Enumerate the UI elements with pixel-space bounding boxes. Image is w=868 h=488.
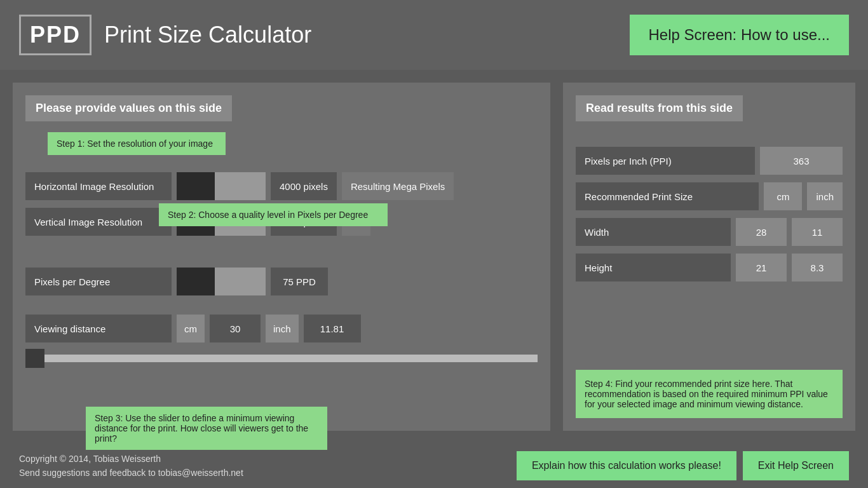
horizontal-resolution-row: Horizontal Image Resolution 4000 pixels … bbox=[25, 172, 538, 200]
tooltip-step1: Step 1: Set the resolution of your image bbox=[48, 132, 226, 155]
footer: Copyright © 2014, Tobias Weisserth Send … bbox=[0, 444, 868, 488]
viewing-distance-cm-input[interactable] bbox=[210, 315, 261, 342]
height-cm-value: 21 bbox=[736, 254, 787, 281]
ppd-slider[interactable] bbox=[177, 268, 266, 295]
cm-header: cm bbox=[764, 182, 802, 210]
cm-unit-label: cm bbox=[177, 315, 205, 342]
explain-button[interactable]: Explain how this calculation works pleas… bbox=[517, 451, 736, 480]
tooltip-step4: Step 4: Find your recommended print size… bbox=[576, 370, 843, 418]
slider-thumb[interactable] bbox=[25, 349, 44, 368]
slider-light-portion bbox=[215, 172, 266, 200]
width-label: Width bbox=[576, 218, 731, 246]
viewing-distance-inch-value: 11.81 bbox=[304, 315, 361, 342]
copyright-text: Copyright © 2014, Tobias Weisserth bbox=[19, 454, 243, 464]
inch-unit-label: inch bbox=[266, 315, 299, 342]
footer-left: Copyright © 2014, Tobias Weisserth Send … bbox=[19, 454, 243, 478]
slider-dark-portion bbox=[177, 172, 215, 200]
height-label: Height bbox=[576, 254, 731, 281]
tooltip-step2: Step 2: Choose a quality level in Pixels… bbox=[159, 203, 388, 226]
header: PPD Print Size Calculator Help Screen: H… bbox=[0, 0, 868, 70]
viewing-distance-row: Viewing distance cm inch 11.81 bbox=[25, 315, 538, 342]
left-section-header: Please provide values on this side bbox=[25, 95, 232, 121]
inch-header: inch bbox=[807, 182, 843, 210]
width-cm-value: 28 bbox=[736, 218, 787, 246]
horizontal-resolution-value: 4000 pixels bbox=[271, 172, 337, 200]
ppd-label: Pixels per Degree bbox=[25, 268, 172, 295]
footer-buttons: Explain how this calculation works pleas… bbox=[517, 451, 849, 480]
slider-dark-portion bbox=[177, 268, 215, 295]
slider-light-portion bbox=[215, 268, 266, 295]
main-content: Please provide values on this side Step … bbox=[0, 70, 868, 444]
viewing-distance-slider[interactable] bbox=[25, 349, 538, 368]
app-title: Print Size Calculator bbox=[104, 22, 311, 48]
width-row: Width 28 11 bbox=[576, 218, 843, 246]
tooltip-step3: Step 3: Use the slider to define a minim… bbox=[86, 407, 327, 450]
mega-pixels-badge: Resulting Mega Pixels bbox=[342, 172, 454, 200]
header-left: PPD Print Size Calculator bbox=[19, 15, 311, 55]
ppi-label: Pixels per Inch (PPI) bbox=[576, 147, 755, 175]
exit-help-button[interactable]: Exit Help Screen bbox=[743, 451, 849, 480]
width-inch-value: 11 bbox=[792, 218, 843, 246]
feedback-text: Send suggestions and feedback to tobias@… bbox=[19, 468, 243, 478]
print-size-label: Recommended Print Size bbox=[576, 182, 759, 210]
ppd-value: 75 PPD bbox=[271, 268, 328, 295]
left-panel: Please provide values on this side Step … bbox=[13, 83, 550, 431]
help-screen-button[interactable]: Help Screen: How to use... bbox=[630, 15, 849, 55]
slider-bar-track[interactable] bbox=[44, 355, 538, 362]
height-row: Height 21 8.3 bbox=[576, 254, 843, 281]
print-size-header-row: Recommended Print Size cm inch bbox=[576, 182, 843, 210]
ppi-value: 363 bbox=[760, 147, 843, 175]
ppd-row: Pixels per Degree 75 PPD bbox=[25, 268, 538, 295]
ppi-row: Pixels per Inch (PPI) 363 bbox=[576, 147, 843, 175]
height-inch-value: 8.3 bbox=[792, 254, 843, 281]
right-section-header: Read results from this side bbox=[576, 95, 743, 121]
right-panel: Read results from this side Pixels per I… bbox=[563, 83, 855, 431]
horizontal-resolution-label: Horizontal Image Resolution bbox=[25, 172, 172, 200]
viewing-distance-label: Viewing distance bbox=[25, 315, 172, 342]
ppd-logo: PPD bbox=[19, 15, 92, 55]
vertical-resolution-label: Vertical Image Resolution bbox=[25, 208, 172, 236]
horizontal-slider[interactable] bbox=[177, 172, 266, 200]
